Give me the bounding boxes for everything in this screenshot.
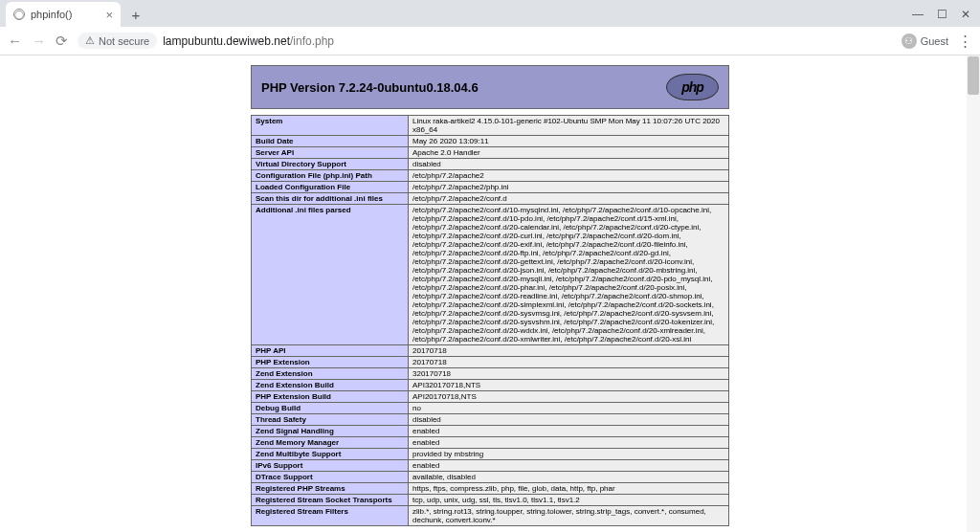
table-row: Zend Extension BuildAPI320170718,NTS [252,380,729,391]
info-value: /etc/php/7.2/apache2 [409,170,729,182]
address-bar: ← → ⟳ ⚠ Not secure lampubuntu.dewiweb.ne… [0,27,980,55]
info-value: provided by mbstring [409,449,729,460]
info-label: Virtual Directory Support [252,159,409,170]
info-label: System [252,116,409,136]
info-label: Zend Memory Manager [252,437,409,449]
table-row: Thread Safetydisabled [252,414,729,426]
table-row: Registered Stream Socket Transportstcp, … [252,495,729,506]
info-value: /etc/php/7.2/apache2/php.ini [409,182,729,193]
close-tab-icon[interactable]: × [105,8,113,22]
window-close-icon[interactable]: ✕ [961,8,970,21]
table-row: Virtual Directory Supportdisabled [252,159,729,170]
table-row: IPv6 Supportenabled [252,460,729,472]
table-row: Loaded Configuration File/etc/php/7.2/ap… [252,182,729,193]
not-secure-badge[interactable]: ⚠ Not secure [78,33,157,49]
browser-tab-strip: ◯ phpinfo() × + — ☐ ✕ [0,0,980,27]
info-value: /etc/php/7.2/apache2/conf.d/10-mysqlnd.i… [409,205,729,345]
window-maximize-icon[interactable]: ☐ [937,8,947,21]
info-label: Debug Build [252,403,409,414]
info-value: enabled [409,460,729,472]
info-value: https, ftps, compress.zlib, php, file, g… [409,483,729,495]
browser-tab[interactable]: ◯ phpinfo() × [6,2,121,27]
tab-title: phpinfo() [31,9,72,20]
profile-button[interactable]: ⚇ Guest [902,33,948,49]
info-value: zlib.*, string.rot13, string.toupper, st… [409,506,729,526]
table-row: Zend Extension320170718 [252,368,729,380]
info-label: PHP Extension [252,357,409,368]
table-row: PHP API20170718 [252,345,729,357]
url-field[interactable]: ⚠ Not secure lampubuntu.dewiweb.net/info… [78,33,892,49]
info-value: Apache 2.0 Handler [409,147,729,159]
info-value: enabled [409,437,729,449]
info-label: Registered PHP Streams [252,483,409,495]
info-label: Server API [252,147,409,159]
info-label: PHP API [252,345,409,357]
table-row: Registered Stream Filterszlib.*, string.… [252,506,729,526]
php-info-table: SystemLinux raka-artikel2 4.15.0-101-gen… [251,115,729,526]
info-label: Zend Multibyte Support [252,449,409,460]
scrollbar[interactable] [967,55,980,532]
info-value: /etc/php/7.2/apache2/conf.d [409,193,729,205]
info-label: Build Date [252,136,409,147]
not-secure-label: Not secure [99,35,149,47]
table-row: Zend Signal Handlingenabled [252,426,729,437]
info-label: Loaded Configuration File [252,182,409,193]
info-label: IPv6 Support [252,460,409,472]
info-label: DTrace Support [252,472,409,483]
info-value: available, disabled [409,472,729,483]
info-label: Additional .ini files parsed [252,205,409,345]
avatar-icon: ⚇ [902,33,917,49]
globe-icon: ◯ [13,9,25,20]
info-value: API20170718,NTS [409,391,729,403]
table-row: PHP Extension BuildAPI20170718,NTS [252,391,729,403]
scrollbar-thumb[interactable] [968,56,979,95]
table-row: SystemLinux raka-artikel2 4.15.0-101-gen… [252,116,729,136]
info-value: May 26 2020 13:09:11 [409,136,729,147]
info-value: disabled [409,414,729,426]
php-logo: php [666,74,719,100]
table-row: Zend Multibyte Supportprovided by mbstri… [252,449,729,460]
info-value: tcp, udp, unix, udg, ssl, tls, tlsv1.0, … [409,495,729,506]
info-label: Zend Extension Build [252,380,409,391]
table-row: Build DateMay 26 2020 13:09:11 [252,136,729,147]
info-label: PHP Extension Build [252,391,409,403]
table-row: Additional .ini files parsed/etc/php/7.2… [252,205,729,345]
info-value: enabled [409,426,729,437]
info-value: Linux raka-artikel2 4.15.0-101-generic #… [409,116,729,136]
info-label: Zend Extension [252,368,409,380]
info-value: 20170718 [409,345,729,357]
info-label: Thread Safety [252,414,409,426]
url-text: lampubuntu.dewiweb.net/info.php [163,34,334,48]
page-viewport: PHP Version 7.2.24-0ubuntu0.18.04.6 php … [0,55,980,532]
info-label: Configuration File (php.ini) Path [252,170,409,182]
warning-icon: ⚠ [85,34,95,47]
info-value: 320170718 [409,368,729,380]
table-row: Zend Memory Managerenabled [252,437,729,449]
table-row: DTrace Supportavailable, disabled [252,472,729,483]
back-icon[interactable]: ← [8,33,22,49]
window-minimize-icon[interactable]: — [912,8,924,21]
menu-icon[interactable]: ⋮ [958,33,972,50]
reload-icon[interactable]: ⟳ [56,33,68,50]
info-label: Zend Signal Handling [252,426,409,437]
info-value: API320170718,NTS [409,380,729,391]
table-row: Configuration File (php.ini) Path/etc/ph… [252,170,729,182]
table-row: Registered PHP Streamshttps, ftps, compr… [252,483,729,495]
info-label: Scan this dir for additional .ini files [252,193,409,205]
guest-label: Guest [921,35,948,47]
table-row: Debug Buildno [252,403,729,414]
new-tab-button[interactable]: + [126,5,145,24]
table-row: Scan this dir for additional .ini files/… [252,193,729,205]
info-value: no [409,403,729,414]
php-header: PHP Version 7.2.24-0ubuntu0.18.04.6 php [251,65,729,109]
table-row: PHP Extension20170718 [252,357,729,368]
table-row: Server APIApache 2.0 Handler [252,147,729,159]
info-value: 20170718 [409,357,729,368]
forward-icon: → [32,33,46,49]
php-version-title: PHP Version 7.2.24-0ubuntu0.18.04.6 [261,80,479,95]
info-label: Registered Stream Socket Transports [252,495,409,506]
info-value: disabled [409,159,729,170]
info-label: Registered Stream Filters [252,506,409,526]
